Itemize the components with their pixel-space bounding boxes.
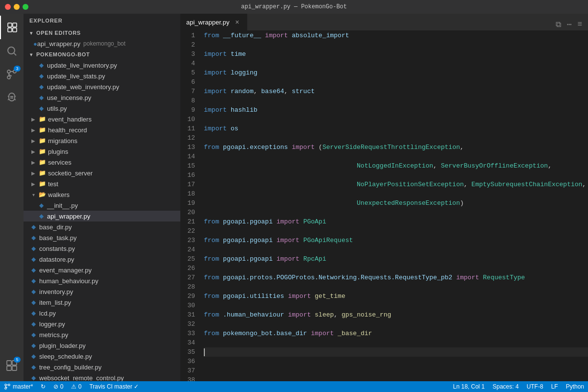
py-icon: ◆ <box>37 72 45 80</box>
file-base-dir[interactable]: ◆ base_dir.py <box>24 221 180 232</box>
open-editors-label: Open Editors <box>36 30 81 36</box>
folder-socketio-server[interactable]: ▶ 📁 socketio_server <box>24 168 180 178</box>
py-icon: ◆ <box>29 298 37 306</box>
more-actions-button[interactable]: ⋯ <box>565 19 574 30</box>
file-tree-config-builder[interactable]: ◆ tree_config_builder.py <box>24 362 180 372</box>
file-sleep-schedule[interactable]: ◆ sleep_schedule.py <box>24 351 180 362</box>
svg-rect-1 <box>13 23 17 27</box>
folder-plugins[interactable]: ▶ 📁 plugins <box>24 146 180 157</box>
file-logger[interactable]: ◆ logger.py <box>24 318 180 329</box>
open-editors-section[interactable]: ▾ Open Editors <box>24 27 180 38</box>
py-icon: ◆ <box>37 94 45 101</box>
folder-test[interactable]: ▶ 📁 test <box>24 178 180 189</box>
folder-services[interactable]: ▶ 📁 services <box>24 157 180 168</box>
project-section[interactable]: ▾ POKEMONGO-BOT <box>24 49 180 60</box>
encoding-status[interactable]: UTF-8 <box>523 381 547 392</box>
close-button[interactable] <box>5 4 11 10</box>
language-status[interactable]: Python <box>562 381 588 392</box>
file-update-live-inventory[interactable]: ◆ update_live_inventory.py <box>24 60 180 71</box>
traffic-lights <box>5 4 28 10</box>
tabbar: api_wrapper.py × ⧉ ⋯ ≡ <box>180 14 588 31</box>
folder-icon: 📁 <box>38 180 46 188</box>
file-constants[interactable]: ◆ constants.py <box>24 243 180 254</box>
code-editor[interactable]: from __future__ import absolute_import i… <box>200 31 588 381</box>
svg-rect-11 <box>7 366 11 370</box>
svg-line-5 <box>14 53 16 55</box>
folder-migrations[interactable]: ▶ 📁 migrations <box>24 135 180 146</box>
debug-activity-icon[interactable] <box>0 86 24 110</box>
folder-icon: 📁 <box>38 115 46 123</box>
open-editor-foldername: pokemongo_bot <box>83 40 125 47</box>
file-metrics[interactable]: ◆ metrics.py <box>24 329 180 340</box>
cursor-position[interactable]: Ln 18, Col 1 <box>449 381 489 392</box>
tab-close-button[interactable]: × <box>233 18 241 26</box>
extensions-activity-icon[interactable]: 5 <box>0 354 24 377</box>
file-update-live-stats[interactable]: ◆ update_live_stats.py <box>24 71 180 81</box>
file-datastore[interactable]: ◆ datastore.py <box>24 254 180 265</box>
eol-label: LF <box>551 383 558 390</box>
py-icon: ◆ <box>29 255 37 263</box>
file-api-wrapper[interactable]: ◆ api_wrapper.py <box>24 211 180 221</box>
file-update-web-inventory[interactable]: ◆ update_web_inventory.py <box>24 81 180 92</box>
spaces-label: Spaces: 4 <box>492 383 518 390</box>
py-icon: ◆ <box>29 363 37 371</box>
eol-status[interactable]: LF <box>547 381 562 392</box>
py-icon: ◆ <box>29 277 37 285</box>
tab-api-wrapper[interactable]: api_wrapper.py × <box>180 14 247 30</box>
py-icon: ◆ <box>29 266 37 274</box>
py-icon: ◆ <box>29 234 37 242</box>
file-inventory[interactable]: ◆ inventory.py <box>24 286 180 297</box>
svg-rect-3 <box>13 28 17 32</box>
editor-container[interactable]: 12345 678910 1112131415 1617181920 21222… <box>180 31 588 381</box>
tab-actions: ⧉ ⋯ ≡ <box>554 19 588 30</box>
statusbar: master* ↻ ⊘ 0 ⚠ 0 Travis CI master ✓ Ln … <box>0 381 588 392</box>
folder-health-record[interactable]: ▶ 📁 health_record <box>24 124 180 135</box>
project-label: POKEMONGO-BOT <box>36 51 90 57</box>
py-icon: ◆ <box>29 342 37 349</box>
language-label: Python <box>566 383 584 390</box>
search-activity-icon[interactable] <box>0 39 24 63</box>
project-arrow: ▾ <box>27 50 35 58</box>
close-editors-button[interactable]: ≡ <box>575 19 584 30</box>
file-use-incense[interactable]: ◆ use_incense.py <box>24 92 180 103</box>
file-websocket-remote-control[interactable]: ◆ websocket_remote_control.py <box>24 372 180 381</box>
status-left: master* ↻ ⊘ 0 ⚠ 0 Travis CI master ✓ <box>0 381 143 392</box>
indentation-status[interactable]: Spaces: 4 <box>489 381 522 392</box>
split-editor-button[interactable]: ⧉ <box>554 19 563 30</box>
ci-status[interactable]: Travis CI master ✓ <box>85 381 143 392</box>
minimize-button[interactable] <box>14 4 20 10</box>
branch-status[interactable]: master* <box>0 381 37 392</box>
source-control-activity-icon[interactable]: 3 <box>0 63 24 86</box>
errors-status[interactable]: ⊘ 0 <box>49 381 67 392</box>
folder-event-handlers[interactable]: ▶ 📁 event_handlers <box>24 114 180 124</box>
svg-point-4 <box>8 47 15 54</box>
svg-point-8 <box>7 70 10 73</box>
warnings-status[interactable]: ⚠ 0 <box>67 381 85 392</box>
open-editor-file[interactable]: ● api_wrapper.py pokemongo_bot <box>24 38 180 49</box>
folder-icon: 📁 <box>38 147 46 155</box>
file-human-behaviour[interactable]: ◆ human_behaviour.py <box>24 275 180 286</box>
file-event-manager[interactable]: ◆ event_manager.py <box>24 265 180 275</box>
file-init[interactable]: ◆ __init__.py <box>24 200 180 211</box>
file-item-list[interactable]: ◆ item_list.py <box>24 297 180 308</box>
folder-walkers[interactable]: ▾ 📂 walkers <box>24 189 180 200</box>
folder-arrow: ▶ <box>29 180 37 188</box>
folder-icon: 📂 <box>38 191 46 198</box>
file-plugin-loader[interactable]: ◆ plugin_loader.py <box>24 340 180 351</box>
maximize-button[interactable] <box>23 4 28 10</box>
sync-status[interactable]: ↻ <box>37 381 49 392</box>
file-lcd[interactable]: ◆ lcd.py <box>24 308 180 318</box>
activity-bar: 3 5 <box>0 14 24 381</box>
py-icon: ◆ <box>29 374 37 381</box>
svg-point-13 <box>5 388 7 390</box>
titlebar: api_wrapper.py — PokemonGo-Bot <box>0 0 588 14</box>
file-utils[interactable]: ◆ utils.py <box>24 103 180 114</box>
explorer-activity-icon[interactable] <box>0 16 24 39</box>
folder-icon: 📁 <box>38 137 46 145</box>
svg-point-14 <box>8 384 10 386</box>
folder-arrow: ▶ <box>29 158 37 166</box>
source-control-badge: 3 <box>14 66 21 72</box>
folder-icon: 📁 <box>38 126 46 134</box>
open-editors-arrow: ▾ <box>27 29 35 37</box>
file-base-task[interactable]: ◆ base_task.py <box>24 232 180 243</box>
